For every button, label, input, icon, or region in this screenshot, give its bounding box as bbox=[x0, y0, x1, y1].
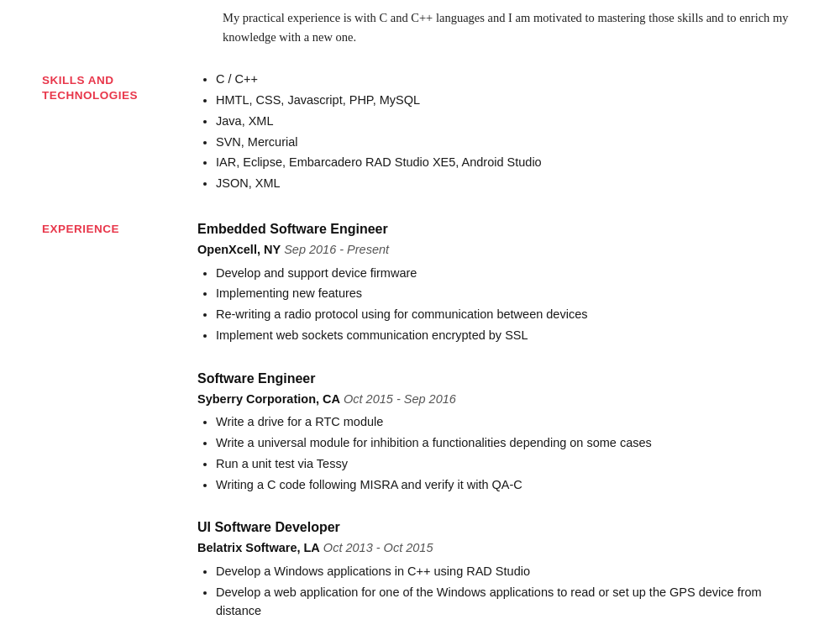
job-entry: UI Software DeveloperBelatrix Software, … bbox=[197, 517, 798, 620]
skills-list: C / C++HMTL, CSS, Javascript, PHP, MySQL… bbox=[197, 71, 798, 193]
job-company-line: Syberry Corporation, CA Oct 2015 - Sep 2… bbox=[197, 391, 798, 409]
job-title: Software Engineer bbox=[197, 369, 798, 389]
job-period: Oct 2015 - Sep 2016 bbox=[340, 392, 456, 406]
job-entry: Software EngineerSyberry Corporation, CA… bbox=[197, 369, 798, 495]
duty-item: Develop a Windows applications in C++ us… bbox=[216, 563, 798, 581]
job-company: Belatrix Software, LA bbox=[197, 541, 320, 554]
job-duties: Develop and support device firmwareImple… bbox=[197, 265, 798, 345]
job-entry: Embedded Software EngineerOpenXcell, NY … bbox=[197, 219, 798, 345]
job-title: UI Software Developer bbox=[197, 517, 798, 538]
skill-item: JSON, XML bbox=[216, 175, 798, 193]
skill-item: SVN, Mercurial bbox=[216, 134, 798, 152]
experience-section: EXPERIENCE Embedded Software EngineerOpe… bbox=[42, 219, 798, 630]
job-period: Oct 2013 - Oct 2015 bbox=[320, 541, 433, 554]
skills-content: C / C++HMTL, CSS, Javascript, PHP, MySQL… bbox=[197, 71, 798, 196]
duty-item: Write a universal module for inhibition … bbox=[216, 434, 798, 453]
duty-item: Develop and support device firmware bbox=[216, 265, 798, 283]
experience-content: Embedded Software EngineerOpenXcell, NY … bbox=[197, 219, 798, 630]
job-period: Sep 2016 - Present bbox=[281, 243, 389, 256]
duty-item: Run a unit test via Tessy bbox=[216, 455, 798, 474]
job-title: Embedded Software Engineer bbox=[197, 219, 798, 239]
skill-item: C / C++ bbox=[216, 71, 798, 89]
duty-item: Write a drive for a RTC module bbox=[216, 413, 798, 432]
duty-item: Develop a web application for one of the… bbox=[216, 584, 798, 621]
duty-item: Implement web sockets communication encr… bbox=[216, 327, 798, 345]
resume-content: My practical experience is with C and C+… bbox=[0, 0, 840, 630]
job-company-line: OpenXcell, NY Sep 2016 - Present bbox=[197, 241, 798, 260]
skills-section: SKILLS ANDTECHNOLOGIES C / C++HMTL, CSS,… bbox=[42, 71, 798, 196]
skill-item: IAR, Eclipse, Embarcadero RAD Studio XE5… bbox=[216, 154, 798, 172]
skill-item: Java, XML bbox=[216, 113, 798, 131]
job-company: Syberry Corporation, CA bbox=[197, 392, 340, 406]
skills-label: SKILLS ANDTECHNOLOGIES bbox=[42, 71, 197, 196]
job-duties: Develop a Windows applications in C++ us… bbox=[197, 563, 798, 620]
job-company: OpenXcell, NY bbox=[197, 243, 281, 256]
duty-item: Re-writing a radio protocol using for co… bbox=[216, 306, 798, 324]
job-duties: Write a drive for a RTC moduleWrite a un… bbox=[197, 413, 798, 494]
skill-item: HMTL, CSS, Javascript, PHP, MySQL bbox=[216, 92, 798, 110]
duty-item: Implementing new features bbox=[216, 285, 798, 303]
intro-text: My practical experience is with C and C+… bbox=[223, 8, 798, 47]
job-company-line: Belatrix Software, LA Oct 2013 - Oct 201… bbox=[197, 539, 798, 558]
experience-label: EXPERIENCE bbox=[42, 219, 197, 630]
resume-page: My practical experience is with C and C+… bbox=[0, 0, 840, 630]
duty-item: Writing a C code following MISRA and ver… bbox=[216, 476, 798, 495]
